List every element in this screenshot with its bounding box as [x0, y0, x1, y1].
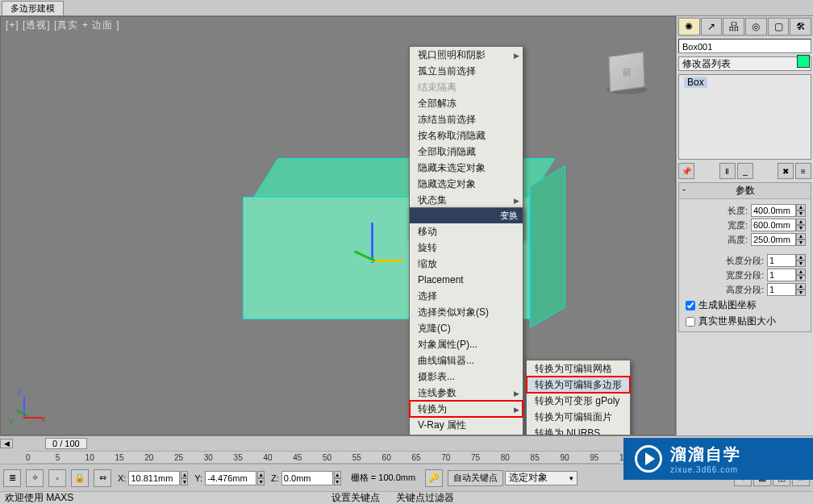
timeline-ruler[interactable]: 0510152025303540455055606570758085909510…	[26, 451, 619, 464]
modifier-list-dropdown[interactable]: 修改器列表▼	[678, 56, 811, 71]
menu-item[interactable]: 全部取消隐藏	[410, 144, 523, 160]
main-area: [+] [透视] [真实 + 边面 ] 前 z x y 视口照明和阴影孤立当前选…	[0, 16, 813, 435]
menu-item[interactable]: 对象属性(P)...	[410, 336, 523, 352]
menu-item[interactable]: 转换为可编辑网格	[527, 360, 630, 377]
viewport[interactable]: [+] [透视] [真实 + 边面 ] 前 z x y 视口照明和阴影孤立当前选…	[0, 16, 676, 435]
menu-item[interactable]: 转换为	[410, 401, 523, 417]
menu-item[interactable]: 隐藏选定对象	[410, 176, 523, 192]
display-tab-icon[interactable]: ▢	[768, 18, 790, 35]
watermark-overlay: 溜溜自学 zixue.3d66.com	[623, 438, 813, 480]
axis-tripod-icon: z x y	[9, 386, 49, 427]
pin-stack-icon[interactable]: 📌	[678, 163, 694, 179]
menu-item[interactable]: Placement	[410, 272, 523, 288]
viewcube-face[interactable]: 前	[608, 52, 644, 92]
play-icon	[635, 445, 662, 473]
hierarchy-tab-icon[interactable]: 品	[723, 18, 744, 35]
auto-key-button[interactable]: 自动关键点	[448, 470, 503, 486]
set-key-button[interactable]: 设置关键点	[331, 491, 380, 504]
stack-item-box[interactable]: Box	[684, 77, 707, 88]
menu-item[interactable]: 摄影表...	[410, 369, 523, 385]
grid-readout: 栅格 = 100.0mm	[346, 472, 420, 484]
menu-item[interactable]: 旋转	[410, 240, 523, 256]
command-panel: ✺ ↗ 品 ◎ ▢ 🛠 Box001 修改器列表▼ Box 📌 Ⅱ ⎯ ✖ ≡	[676, 16, 813, 435]
menu-item[interactable]: 移动	[410, 223, 523, 240]
key-mode-icon[interactable]: 🔑	[425, 469, 443, 487]
quad-menu-transform[interactable]: 变换 移动旋转缩放Placement选择选择类似对象(S)克隆(C)对象属性(P…	[409, 207, 523, 435]
modify-tab-icon[interactable]: ↗	[701, 18, 723, 35]
make-unique-icon[interactable]: ⎯	[737, 163, 753, 179]
selection-lock-icon[interactable]: ⇔	[94, 469, 111, 487]
menu-item[interactable]: 克隆(C)	[410, 320, 523, 336]
width-spinner[interactable]: ▲▼	[751, 219, 806, 231]
frame-indicator[interactable]: 0 / 100	[45, 438, 87, 449]
menu-item[interactable]: 转换为可编辑多边形	[527, 377, 630, 393]
quad-header-transform: 变换	[410, 208, 523, 223]
key-filters-button[interactable]: 关键点过滤器	[396, 491, 454, 504]
doc-tab[interactable]: 多边形建模	[2, 1, 64, 15]
next-key-icon[interactable]: 🔒	[71, 469, 89, 487]
set-key-icon[interactable]: ✧	[26, 469, 44, 487]
x-coord[interactable]: X:▲▼	[116, 471, 188, 485]
y-coord[interactable]: Y:▲▼	[193, 471, 265, 485]
menu-item[interactable]: 视口照明和阴影	[410, 47, 523, 63]
real-world-scale-checkbox[interactable]: 真实世界贴图大小	[686, 314, 806, 328]
show-end-result-icon[interactable]: Ⅱ	[719, 163, 736, 179]
height-segs-spinner[interactable]: ▲▼	[767, 283, 806, 296]
menu-item[interactable]: 冻结当前选择	[410, 111, 523, 127]
convert-submenu[interactable]: 转换为可编辑网格转换为可编辑多边形转换为可变形 gPoly转换为可编辑面片转换为…	[526, 360, 631, 435]
create-tab-icon[interactable]: ✺	[678, 18, 700, 35]
parameters-rollout-header[interactable]: -参数	[679, 183, 811, 199]
remove-modifier-icon[interactable]: ✖	[778, 163, 794, 179]
timeline-tool-icon[interactable]: ≣	[3, 469, 21, 487]
viewport-label[interactable]: [+] [透视] [真实 + 边面 ]	[6, 19, 120, 32]
modifier-stack[interactable]: Box	[678, 74, 811, 160]
gen-mapcoords-checkbox[interactable]: 生成贴图坐标	[686, 298, 806, 312]
menu-item[interactable]: 选择类似对象(S)	[410, 304, 523, 320]
doc-tab-strip: 多边形建模	[0, 0, 813, 16]
stack-toolbar: 📌 Ⅱ ⎯ ✖ ≡	[678, 163, 811, 179]
menu-item[interactable]: 孤立当前选择	[410, 63, 523, 79]
menu-item[interactable]: 状态集	[410, 192, 523, 208]
menu-item[interactable]: 全部解冻	[410, 95, 523, 111]
key-filter-dropdown[interactable]: 选定对象▾	[505, 471, 577, 485]
width-segs-spinner[interactable]: ▲▼	[767, 269, 806, 281]
command-panel-tabs[interactable]: ✺ ↗ 品 ◎ ▢ 🛠	[677, 16, 813, 37]
length-spinner[interactable]: ▲▼	[751, 204, 806, 217]
menu-item[interactable]: 转换为 NURBS	[527, 425, 630, 435]
menu-item[interactable]: 隐藏未选定对象	[410, 160, 523, 176]
menu-item[interactable]: 转换为可变形 gPoly	[527, 393, 630, 409]
height-spinner[interactable]: ▲▼	[751, 233, 806, 246]
configure-sets-icon[interactable]: ≡	[795, 163, 811, 179]
menu-item[interactable]: V-Ray 属性	[410, 417, 523, 433]
menu-item[interactable]: 选择	[410, 288, 523, 304]
length-segs-spinner[interactable]: ▲▼	[767, 254, 806, 267]
object-color-swatch[interactable]	[797, 55, 810, 68]
menu-item[interactable]: 曲线编辑器...	[410, 352, 523, 369]
menu-item[interactable]: 转换为可编辑面片	[527, 409, 630, 425]
bottom-bar: ◀ 0 / 100 ▶ 0510152025303540455055606570…	[0, 435, 813, 504]
menu-item[interactable]: 缩放	[410, 256, 523, 272]
utilities-tab-icon[interactable]: 🛠	[790, 18, 811, 35]
menu-item[interactable]: 按名称取消隐藏	[410, 127, 523, 144]
motion-tab-icon[interactable]: ◎	[745, 18, 767, 35]
status-text: 欢迎使用 MAXS	[5, 491, 73, 504]
object-name-field[interactable]: Box001	[678, 39, 811, 53]
menu-item[interactable]: 连线参数	[410, 385, 523, 401]
menu-item: 结束隔离	[410, 79, 523, 95]
z-coord[interactable]: Z:▲▼	[269, 471, 341, 485]
prev-key-icon[interactable]: ◦	[48, 469, 66, 487]
viewcube[interactable]: 前	[602, 49, 651, 98]
move-gizmo[interactable]	[347, 223, 403, 271]
parameters-rollout: -参数 长度: ▲▼ 宽度: ▲▼ 高度: ▲▼ 长度分段: ▲▼ 宽度分段: …	[678, 182, 811, 332]
